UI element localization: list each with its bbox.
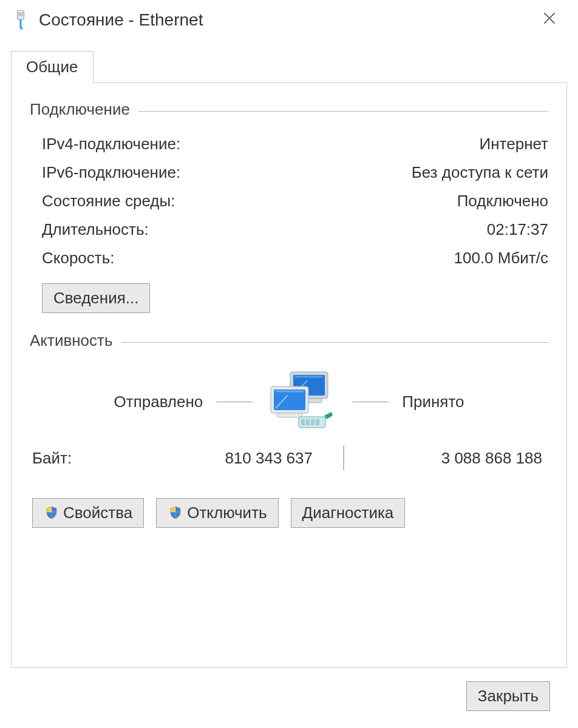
bytes-sent-value: 810 343 637 xyxy=(115,449,343,468)
ethernet-cable-icon xyxy=(12,10,29,30)
details-button[interactable]: Сведения... xyxy=(42,283,150,313)
disable-button-label: Отключить xyxy=(187,504,267,522)
activity-visual: Отправлено xyxy=(30,361,548,440)
connection-group-header: Подключение xyxy=(30,100,548,119)
media-state-value: Подключено xyxy=(457,192,548,211)
ipv4-value: Интернет xyxy=(480,135,548,153)
sent-label: Отправлено xyxy=(114,393,203,411)
svg-rect-12 xyxy=(301,419,305,425)
diagnose-button[interactable]: Диагностика xyxy=(291,498,406,528)
connection-group: Подключение IPv4-подключение: Интернет I… xyxy=(30,100,548,313)
svg-rect-2 xyxy=(20,12,21,16)
ipv6-row: IPv6-подключение: Без доступа к сети xyxy=(30,158,548,187)
tab-general[interactable]: Общие xyxy=(11,51,93,83)
media-state-row: Состояние среды: Подключено xyxy=(30,187,548,215)
action-buttons-row: Свойства Отключить xyxy=(30,498,548,528)
shield-icon xyxy=(168,505,183,521)
close-button[interactable]: Закрыть xyxy=(466,681,550,711)
ipv4-row: IPv4-подключение: Интернет xyxy=(30,130,548,158)
ipv4-label: IPv4-подключение: xyxy=(42,135,180,153)
ipv6-label: IPv6-подключение: xyxy=(42,163,180,182)
connection-group-label: Подключение xyxy=(30,100,130,119)
speed-value: 100.0 Мбит/с xyxy=(454,249,549,268)
divider xyxy=(138,111,548,112)
footer: Закрыть xyxy=(11,668,567,728)
tab-region: Общие Подключение IPv4-подключение: Инте… xyxy=(11,51,567,668)
duration-row: Длительность: 02:17:37 xyxy=(30,215,548,244)
disable-button[interactable]: Отключить xyxy=(156,498,278,528)
bytes-received-value: 3 088 868 188 xyxy=(344,449,548,468)
close-icon[interactable] xyxy=(533,7,566,33)
media-state-label: Состояние среды: xyxy=(42,192,175,211)
duration-value: 02:17:37 xyxy=(487,220,548,239)
received-label: Принято xyxy=(402,393,464,411)
activity-group-label: Активность xyxy=(30,331,113,350)
shield-icon xyxy=(44,505,59,521)
svg-rect-3 xyxy=(22,12,22,16)
bytes-label: Байт: xyxy=(30,449,115,468)
svg-rect-10 xyxy=(277,413,302,417)
speed-row: Скорость: 100.0 Мбит/с xyxy=(30,244,548,272)
properties-button[interactable]: Свойства xyxy=(32,498,144,528)
activity-group-header: Активность xyxy=(30,331,548,350)
speed-label: Скорость: xyxy=(42,249,115,268)
svg-rect-15 xyxy=(316,419,319,425)
svg-rect-14 xyxy=(311,419,314,425)
titlebar: Состояние - Ethernet xyxy=(0,0,578,40)
bytes-row: Байт: 810 343 637 3 088 868 188 xyxy=(30,440,548,498)
activity-group: Активность Отправлено xyxy=(30,331,548,528)
window-title: Состояние - Ethernet xyxy=(39,10,533,30)
svg-rect-13 xyxy=(306,419,310,425)
divider xyxy=(352,402,389,402)
properties-button-label: Свойства xyxy=(63,504,132,522)
ethernet-status-window: Состояние - Ethernet Общие Подключение I… xyxy=(0,0,578,728)
svg-rect-1 xyxy=(19,12,19,16)
tab-panel: Подключение IPv4-подключение: Интернет I… xyxy=(11,83,567,668)
ipv6-value: Без доступа к сети xyxy=(412,163,548,182)
divider xyxy=(216,402,253,402)
network-computers-icon xyxy=(266,368,339,435)
duration-label: Длительность: xyxy=(42,220,149,239)
divider xyxy=(121,342,548,343)
svg-rect-9 xyxy=(274,389,305,410)
content-area: Общие Подключение IPv4-подключение: Инте… xyxy=(0,40,578,728)
